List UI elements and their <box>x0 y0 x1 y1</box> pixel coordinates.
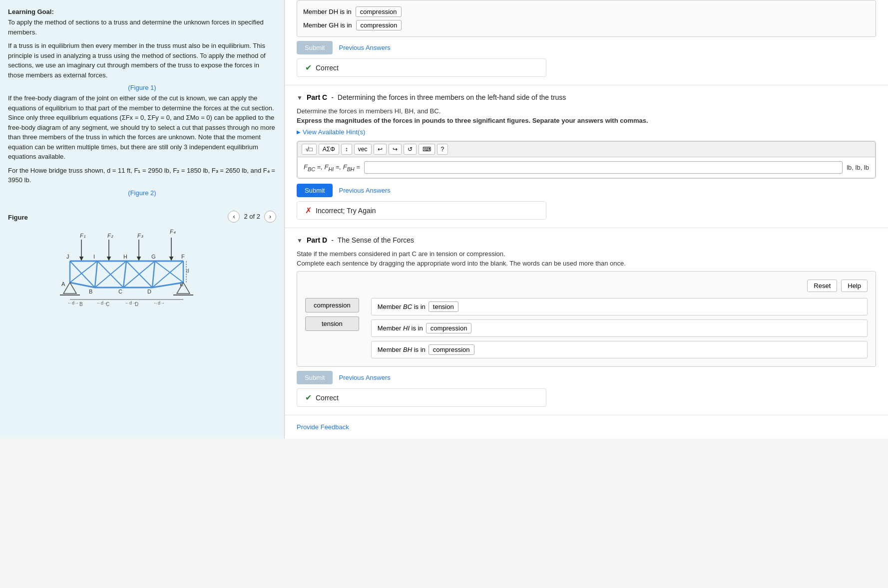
toolbar-undo-button[interactable]: ↩ <box>374 144 387 155</box>
part-b-prev-answers-link[interactable]: Previous Answers <box>339 44 390 51</box>
figure-next-button[interactable]: › <box>264 211 276 223</box>
svg-text:B: B <box>79 301 83 307</box>
drag-word-compression[interactable]: compression <box>305 298 359 312</box>
svg-line-15 <box>95 261 97 288</box>
svg-text:B: B <box>89 289 92 294</box>
member-dh-value: compression <box>356 6 402 17</box>
help-button[interactable]: Help <box>841 280 868 292</box>
toolbar-keyboard-button[interactable]: ⌨ <box>419 144 435 155</box>
figure2-link[interactable]: (Figure 2) <box>8 189 276 197</box>
drag-word-tension[interactable]: tension <box>305 316 359 331</box>
part-b-submit-row: Submit Previous Answers <box>297 41 876 54</box>
part-c-header[interactable]: ▼ Part C - Determining the forces in thr… <box>297 93 876 101</box>
figure-label: Figure <box>8 214 28 221</box>
part-c-submit-row: Submit Previous Answers <box>297 184 876 197</box>
part-d-triangle: ▼ <box>297 237 303 244</box>
svg-text:J: J <box>66 254 69 260</box>
svg-text:F₃: F₃ <box>137 233 143 239</box>
sentence-bc: Member BC is in tension <box>371 298 868 315</box>
svg-line-17 <box>152 261 155 288</box>
part-d-instruction2: Complete each sentence by dragging the a… <box>297 260 876 267</box>
part-d-submit-button[interactable]: Submit <box>297 371 333 384</box>
figure-nav-text: 2 of 2 <box>244 213 260 220</box>
part-c-incorrect-status: ✗ Incorrect; Try Again <box>297 201 546 220</box>
math-toolbar: √□ AΣΦ ↕ vec ↩ ↪ ↺ ⌨ ? <box>297 141 876 157</box>
part-d-dash: - <box>331 236 334 244</box>
part-b-submit-button[interactable]: Submit <box>297 41 333 54</box>
math-input-field[interactable] <box>364 161 843 174</box>
svg-text:←d→: ←d→ <box>67 300 79 305</box>
part-d-prev-answers-link[interactable]: Previous Answers <box>339 374 390 381</box>
svg-text:←d→: ←d→ <box>125 300 136 305</box>
part-d-section: ▼ Part D - The Sense of the Forces State… <box>285 228 888 415</box>
feedback-link[interactable]: Provide Feedback <box>285 415 888 439</box>
figure-nav: ‹ 2 of 2 › <box>228 211 276 223</box>
part-d-correct-label: Correct <box>316 394 339 402</box>
member-dh-label: Member DH is in <box>303 8 352 15</box>
drag-area: Reset Help compression tension Member BC… <box>297 271 876 367</box>
drag-words-list: compression tension <box>305 298 359 331</box>
learning-goal-text: To apply the method of sections to a tru… <box>8 17 276 37</box>
learning-goal-title: Learning Goal: <box>8 8 276 15</box>
reset-button[interactable]: Reset <box>807 280 837 292</box>
toolbar-asigma-button[interactable]: AΣΦ <box>319 144 339 155</box>
svg-line-19 <box>70 261 97 283</box>
figure-prev-button[interactable]: ‹ <box>228 211 240 223</box>
sentence-hi-value[interactable]: compression <box>426 323 472 333</box>
svg-text:F₂: F₂ <box>107 233 113 239</box>
part-c-prev-answers-link[interactable]: Previous Answers <box>339 187 390 194</box>
svg-text:←d→: ←d→ <box>96 300 108 305</box>
svg-text:G: G <box>151 254 156 260</box>
sentence-bh-label: Member BH is in <box>378 346 426 353</box>
part-d-label: Part D <box>307 236 327 244</box>
svg-text:←d→: ←d→ <box>153 300 165 305</box>
part-c-label: Part C <box>307 93 327 101</box>
part-d-submit-row: Submit Previous Answers <box>297 371 876 384</box>
svg-text:H: H <box>123 254 127 260</box>
part-d-check-icon: ✔ <box>305 393 312 402</box>
para3: For the Howe bridge truss shown, d = 11 … <box>8 166 276 185</box>
part-b-answers: Member DH is in compression Member GH is… <box>297 0 876 37</box>
toolbar-sqrt-button[interactable]: √□ <box>302 144 317 155</box>
part-c-submit-button[interactable]: Submit <box>297 184 333 197</box>
part-b-correct-status: ✔ Correct <box>297 58 546 77</box>
drag-top-buttons: Reset Help <box>305 280 868 292</box>
toolbar-vec-button[interactable]: vec <box>354 144 372 155</box>
sentence-bh: Member BH is in compression <box>371 341 868 358</box>
svg-text:F: F <box>181 254 185 260</box>
sentence-bc-value[interactable]: tension <box>429 301 458 312</box>
para2: If the free-body diagram of the joint on… <box>8 93 276 162</box>
svg-text:F₁: F₁ <box>80 233 85 239</box>
part-c-instruction2: Express the magnitudes of the forces in … <box>297 117 876 124</box>
toolbar-help-button[interactable]: ? <box>437 144 448 155</box>
toolbar-redo-button[interactable]: ↪ <box>389 144 402 155</box>
part-d-header[interactable]: ▼ Part D - The Sense of the Forces <box>297 236 876 244</box>
part-c-hint-label: View Available Hint(s) <box>303 128 365 136</box>
para1: If a truss is in equilibrium then every … <box>8 41 276 80</box>
drag-sentences-list: Member BC is in tension Member HI is in … <box>371 298 868 358</box>
check-icon: ✔ <box>305 63 312 72</box>
drag-content: compression tension Member BC is in tens… <box>305 298 868 358</box>
svg-text:D: D <box>147 289 151 294</box>
toolbar-arrow-button[interactable]: ↕ <box>341 144 352 155</box>
math-input-row: FBC =, FHI =, FBH = lb, lb, lb <box>297 157 876 178</box>
svg-text:d: d <box>186 268 189 274</box>
sentence-hi: Member HI is in compression <box>371 319 868 337</box>
toolbar-reset-button[interactable]: ↺ <box>404 144 417 155</box>
figure1-link[interactable]: (Figure 1) <box>8 84 276 91</box>
part-c-hint-link[interactable]: ▶ View Available Hint(s) <box>297 128 876 136</box>
part-b-correct-label: Correct <box>316 64 339 72</box>
truss-svg: F₁ F₂ F₃ F₄ J I H G F A B C D E <box>52 229 232 308</box>
x-icon: ✗ <box>305 206 312 215</box>
part-c-incorrect-label: Incorrect; Try Again <box>316 207 376 215</box>
sentence-bc-label: Member BC is in <box>378 303 426 310</box>
member-gh-label: Member GH is in <box>303 21 352 29</box>
member-gh-value: compression <box>356 20 402 30</box>
part-d-instruction1: State if the members considered in part … <box>297 250 876 258</box>
left-panel: Learning Goal: To apply the method of se… <box>0 0 285 439</box>
member-dh-row: Member DH is in compression <box>303 6 870 17</box>
svg-text:C: C <box>118 289 122 294</box>
member-gh-row: Member GH is in compression <box>303 20 870 30</box>
sentence-bh-value[interactable]: compression <box>429 344 474 355</box>
part-b-section: Member DH is in compression Member GH is… <box>285 0 888 85</box>
